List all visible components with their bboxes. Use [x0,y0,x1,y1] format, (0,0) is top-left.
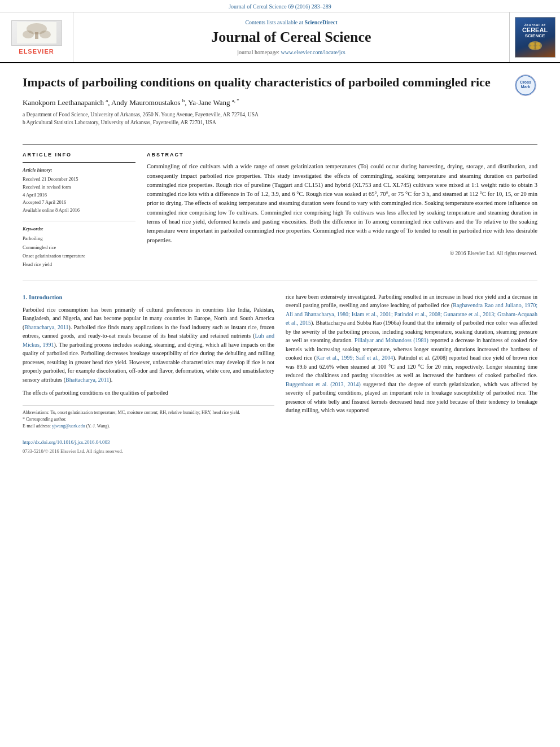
author-yajane: Ya-Jane Wang [188,98,230,107]
author-kanokporn: Kanokporn Leethanapanich [23,98,104,107]
svg-text:Cross: Cross [520,80,531,84]
journal-homepage-line: journal homepage: www.elsevier.com/locat… [237,49,345,55]
ref-kar[interactable]: Kar et al., 1999; Saif et al., 2004 [316,355,393,361]
issn-line: 0733-5210/© 2016 Elsevier Ltd. All right… [23,448,274,455]
bottom-links: http://dx.doi.org/10.1016/j.jcs.2016.04.… [23,435,274,455]
intro-para2: The effects of parboiling conditions on … [23,388,274,397]
svg-point-8 [536,42,540,46]
affiliation-b: b Agricultural Statistics Laboratory, Un… [23,119,506,126]
article-title: Impacts of parboiling conditions on qual… [23,75,506,91]
journal-logo-box: Journal of CEREAL SCIENCE [515,17,555,58]
ref-bhattacharya-2[interactable]: Bhattacharya, 2011 [65,377,109,383]
body-section: 1. Introduction Parboiled rice consumpti… [23,292,537,455]
ref-bhattacharya-2011[interactable]: Bhattacharya, 2011 [24,324,68,330]
logo-science-text: SCIENCE [525,33,545,38]
footnotes: Abbreviations: To, onset gelatinization … [23,405,274,430]
keyword-1: Parboiling [23,234,135,243]
footnote-email: E-mail address: yjwang@uark.edu (Y.-J. W… [23,423,274,430]
affiliation-a: a Department of Food Science, University… [23,111,506,119]
keywords-section: Keywords: Parboiling Commingled rice Ons… [23,221,135,269]
affiliations: a Department of Food Science, University… [23,111,506,127]
intro-para1: Parboiled rice consumption has been prim… [23,305,274,385]
svg-rect-2 [35,32,38,39]
received-date: Received 21 December 2015 [23,176,135,184]
authors-line: Kanokporn Leethanapanich a, Andy Mauromo… [23,98,506,107]
keyword-4: Head rice yield [23,260,135,269]
ref-luh-mickus[interactable]: Luh and Mickus, 1991 [23,333,274,348]
abstract-header: ABSTRACT [147,152,537,158]
svg-text:Mark: Mark [521,85,530,89]
received-revised-date: Received in revised form Received in rev… [23,184,135,199]
journal-main-title: Journal of Cereal Science [211,29,371,46]
body-left-col: 1. Introduction Parboiled rice consumpti… [23,292,274,455]
footnote-corresponding: * Corresponding author. [23,416,274,423]
email-link[interactable]: yjwang@uark.edu [52,423,85,429]
article-info-box: Article history: Received 21 December 20… [23,162,135,269]
article-info-header: ARTICLE INFO [23,152,135,158]
elsevier-logo-area: ELSEVIER [0,12,73,62]
journal-header: ELSEVIER Contents lists available at Sci… [0,12,560,63]
footnote-abbreviations: Abbreviations: To, onset gelatinization … [23,409,274,416]
available-date: Available online 8 April 2016 [23,207,135,215]
sciencedirect-link[interactable]: ScienceDirect [304,19,337,25]
keyword-2: Commingled rice [23,243,135,252]
keyword-3: Onset gelatinization temperature [23,252,135,260]
abstract-column: ABSTRACT Commingling of rice cultivars w… [147,152,537,269]
journal-homepage-link[interactable]: www.elsevier.com/locate/jcs [281,49,345,55]
article-info-column: ARTICLE INFO Article history: Received 2… [23,152,135,269]
author-andy: Andy Mauromoustakos [111,98,180,107]
body-right-col: rice have been extensively investigated.… [286,292,537,455]
journal-logo-area: Journal of CEREAL SCIENCE [509,12,560,62]
keywords-label: Keywords: [23,226,135,231]
section-divider [23,281,537,281]
copyright-line: © 2016 Elsevier Ltd. All rights reserved… [147,251,537,256]
journal-title-area: Contents lists available at ScienceDirec… [73,12,509,62]
elsevier-wordmark: ELSEVIER [19,48,54,55]
article-content: Impacts of parboiling conditions on qual… [0,63,560,466]
svg-point-3 [23,30,34,38]
svg-point-10 [536,46,540,49]
doi-link[interactable]: http://dx.doi.org/10.1016/j.jcs.2016.04.… [23,439,110,445]
article-title-section: Impacts of parboiling conditions on qual… [23,75,537,137]
sciencedirect-link-line: Contents lists available at ScienceDirec… [245,19,337,25]
ref-raghavendra[interactable]: Raghavendra Rao and Juliano, 1970; Ali a… [286,302,537,326]
abstract-text: Commingling of rice cultivars with a wid… [147,162,537,244]
article-info-abstract-section: ARTICLE INFO Article history: Received 2… [23,145,537,269]
elsevier-tree-logo [11,20,62,46]
svg-point-4 [40,30,51,38]
crossmark-badge[interactable]: Cross Mark [515,75,537,97]
svg-point-7 [530,42,535,46]
logo-cereal-text: CEREAL [522,27,548,33]
doi-link-line: http://dx.doi.org/10.1016/j.jcs.2016.04.… [23,439,274,447]
journal-ref-text: Journal of Cereal Science 69 (2016) 283–… [229,3,331,10]
accepted-date: Accepted 7 April 2016 [23,199,135,207]
intro-right-para1: rice have been extensively investigated.… [286,292,537,415]
svg-point-9 [530,46,535,49]
ref-pillaiyar[interactable]: Pillaiyar and Mohandoss (1981) [355,337,428,343]
history-label: Article history: [23,167,135,173]
ref-buggenhout[interactable]: Buggenhout et al. (2013, 2014) [286,381,361,387]
journal-reference-bar: Journal of Cereal Science 69 (2016) 283–… [0,0,560,12]
intro-heading: 1. Introduction [23,292,274,302]
